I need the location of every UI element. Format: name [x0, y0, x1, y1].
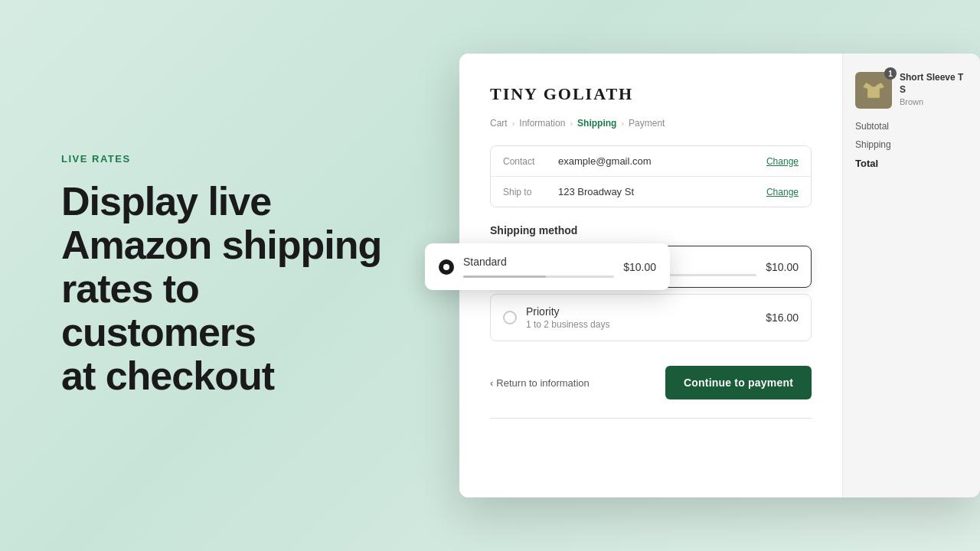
item-image-wrap: 1: [855, 72, 892, 109]
left-section: LIVE RATES Display live Amazon shipping …: [0, 0, 444, 551]
breadcrumb-cart[interactable]: Cart: [490, 118, 508, 129]
item-details: Short Sleeve T S Brown: [900, 72, 968, 106]
order-summary-panel: 1 Short Sleeve T S Brown Subtotal Shippi…: [842, 54, 980, 497]
shipping-method-title: Shipping method: [490, 224, 812, 236]
shipping-label: Shipping: [855, 139, 891, 150]
subtotal-row: Subtotal: [855, 121, 968, 132]
return-to-information-link[interactable]: ‹ Return to information: [490, 377, 590, 389]
headline: Display live Amazon shipping rates to cu…: [61, 180, 383, 399]
breadcrumb-information[interactable]: Information: [519, 118, 565, 129]
summary-rows: Subtotal Shipping Total: [855, 121, 968, 169]
item-name: Short Sleeve T S: [900, 72, 968, 96]
live-rates-label: LIVE RATES: [61, 153, 383, 165]
total-row: Total: [855, 158, 968, 169]
ship-to-change[interactable]: Change: [766, 187, 799, 197]
floating-name: Standard: [463, 256, 614, 268]
item-variant: Brown: [900, 97, 968, 106]
shipping-option-priority[interactable]: Priority 1 to 2 business days $16.00: [490, 294, 812, 341]
breadcrumb-payment[interactable]: Payment: [629, 118, 665, 129]
headline-line4: at checkout: [61, 354, 274, 398]
breadcrumb-shipping[interactable]: Shipping: [577, 118, 616, 129]
checkout-footer: ‹ Return to information Continue to paym…: [490, 366, 812, 399]
radio-priority: [503, 311, 517, 324]
order-item: 1 Short Sleeve T S Brown: [855, 72, 968, 109]
floating-radio: [439, 259, 454, 275]
priority-name: Priority: [526, 305, 756, 318]
contact-value: example@gmail.com: [558, 155, 757, 167]
floating-price: $10.00: [623, 261, 656, 273]
checkout-divider: [490, 418, 812, 419]
info-table: Contact example@gmail.com Change Ship to…: [490, 145, 812, 207]
ship-to-label: Ship to: [503, 187, 549, 197]
headline-line3: rates to customers: [61, 266, 256, 354]
chevron-left-icon: ‹: [490, 377, 493, 389]
breadcrumb: Cart › Information › Shipping › Payment: [490, 118, 812, 129]
breadcrumb-sep2: ›: [570, 119, 573, 128]
subtotal-label: Subtotal: [855, 121, 889, 132]
contact-label: Contact: [503, 156, 549, 167]
priority-subtitle: 1 to 2 business days: [526, 319, 756, 330]
priority-price: $16.00: [766, 311, 799, 324]
floating-bar-fill: [463, 276, 546, 278]
breadcrumb-sep1: ›: [512, 119, 515, 128]
floating-shipping-card: Standard $10.00: [425, 243, 670, 290]
floating-radio-inner: [443, 264, 449, 270]
total-label: Total: [855, 158, 878, 169]
item-badge: 1: [884, 67, 897, 80]
continue-to-payment-button[interactable]: Continue to payment: [665, 366, 812, 399]
priority-info: Priority 1 to 2 business days: [526, 305, 756, 330]
store-logo: TINY GOLIATH: [490, 84, 812, 104]
breadcrumb-sep3: ›: [621, 119, 624, 128]
shipping-row: Shipping: [855, 139, 968, 150]
headline-line1: Display live: [61, 179, 271, 223]
ship-to-value: 123 Broadway St: [558, 186, 757, 197]
contact-row: Contact example@gmail.com Change: [491, 146, 811, 177]
tshirt-svg: [860, 77, 887, 104]
standard-price: $10.00: [766, 261, 799, 273]
floating-bar: [463, 276, 614, 278]
return-link-text: Return to information: [496, 377, 589, 389]
headline-line2: Amazon shipping: [61, 223, 381, 267]
floating-info: Standard: [463, 256, 614, 278]
ship-to-row: Ship to 123 Broadway St Change: [491, 177, 811, 207]
contact-change[interactable]: Change: [766, 156, 799, 167]
